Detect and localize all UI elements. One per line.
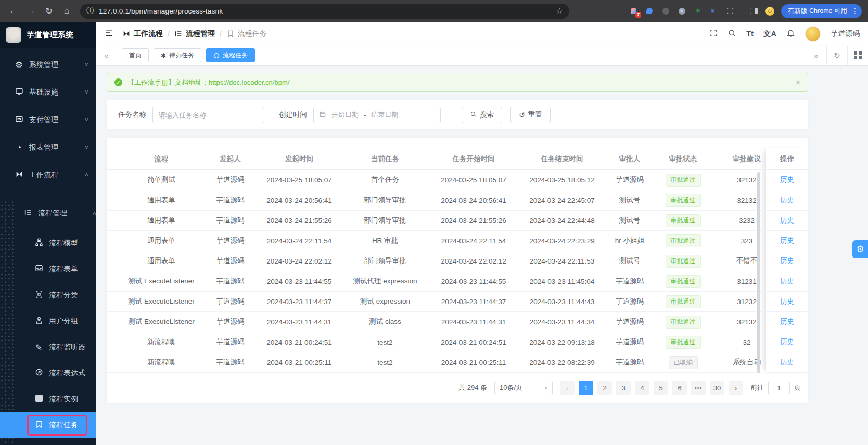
page-button[interactable]: 2: [597, 381, 612, 395]
doc-link[interactable]: https://doc.iocoder.cn/bpm/: [209, 78, 289, 86]
last-page-button[interactable]: 30: [710, 381, 724, 395]
breadcrumb-workflow[interactable]: 工作流程: [122, 29, 163, 38]
history-link[interactable]: 历史: [780, 236, 794, 245]
cell-starter: 芋道源码: [206, 175, 255, 185]
breadcrumb-process-mgmt[interactable]: 流程管理: [174, 29, 215, 38]
start-date-placeholder: 开始日期: [331, 110, 359, 120]
star-extension-icon[interactable]: ✶: [693, 6, 703, 16]
cell-approver: 芋道源码: [604, 337, 656, 347]
sidebar-item-process-model[interactable]: 流程模型: [0, 230, 96, 256]
reload-icon[interactable]: ↻: [42, 4, 56, 18]
tab-process-task[interactable]: 流程任务: [206, 48, 255, 62]
history-link[interactable]: 历史: [780, 337, 794, 347]
chevron-down-icon: ˅: [84, 61, 88, 69]
bookmark-star-icon[interactable]: ☆: [556, 4, 563, 18]
table-row: 通用表单 芋道源码 2024-03-24 22:02:12 部门领导审批 202…: [107, 251, 761, 271]
history-link[interactable]: 历史: [780, 277, 794, 286]
chrome-update-button[interactable]: 有新版 Chrome 可用 ⋮: [781, 4, 862, 18]
tab-home[interactable]: 首页: [122, 48, 149, 62]
search-icon[interactable]: [727, 29, 736, 39]
history-link[interactable]: 历史: [780, 195, 794, 205]
tab-options-grid-icon[interactable]: [847, 46, 868, 65]
notification-bell-icon[interactable]: [786, 29, 795, 39]
table-row: 测试 ExecuteListener 芋道源码 2024-03-23 11:44…: [107, 271, 761, 292]
search-button[interactable]: 搜索: [462, 107, 502, 123]
home-icon[interactable]: ⌂: [59, 4, 74, 18]
task-name-input[interactable]: [152, 107, 264, 123]
date-range-picker[interactable]: 开始日期 - 结束日期: [313, 107, 441, 123]
more-pages-button[interactable]: •••: [691, 381, 706, 395]
collapse-menu-icon[interactable]: [105, 28, 114, 40]
tabs-scroll-right-icon[interactable]: »: [806, 46, 826, 65]
sidebar-item-system[interactable]: ⚙ 系统管理 ˅: [0, 51, 96, 78]
history-link[interactable]: 历史: [780, 175, 794, 185]
history-link[interactable]: 历史: [780, 216, 794, 225]
table-row: 测试 ExecuteListener 芋道源码 2024-03-23 11:44…: [107, 292, 761, 312]
back-icon[interactable]: ←: [6, 4, 21, 18]
sidebar-item-report[interactable]: ◔ 报表管理 ˅: [0, 134, 96, 161]
username[interactable]: 芋道源码: [831, 29, 860, 38]
vertical-scrollbar[interactable]: [757, 172, 760, 373]
page-button[interactable]: 1: [579, 381, 593, 395]
app-logo[interactable]: 芋道管理系统: [0, 22, 96, 48]
page-button[interactable]: 4: [635, 381, 649, 395]
goto-page-input[interactable]: [768, 381, 790, 395]
cell-current-task: 首个任务: [343, 175, 427, 185]
history-link[interactable]: 历史: [780, 358, 794, 367]
sidebar-item-process-category[interactable]: 流程分类: [0, 282, 96, 308]
operation-column: 操作 历史 历史 历史 历史 历史: [766, 148, 808, 373]
sidebar-item-process-listener[interactable]: ✎ 流程监听器: [0, 334, 96, 360]
close-icon[interactable]: ×: [796, 78, 800, 87]
cell-starter: 芋道源码: [206, 337, 255, 347]
cell-opinion: 32: [710, 338, 761, 346]
chevrons-extension-icon[interactable]: »: [709, 6, 719, 16]
page-size-select[interactable]: 10条/页 ▾: [494, 381, 553, 395]
sidebar-item-process-mgmt[interactable]: 流程管理 ˄: [0, 200, 96, 226]
map-pin-extension-icon[interactable]: [645, 6, 654, 16]
reset-button[interactable]: ↺ 重置: [510, 107, 551, 123]
extension-icon[interactable]: 7: [629, 6, 638, 16]
font-size-icon[interactable]: Tt: [746, 30, 754, 38]
history-link[interactable]: 历史: [780, 256, 794, 266]
settings-gear-button[interactable]: ⚙: [852, 240, 868, 258]
alert-text: 【工作流手册】文档地址：https://doc.iocoder.cn/bpm/: [127, 78, 289, 87]
profile-avatar-icon[interactable]: ☺: [765, 6, 774, 16]
dark-circle-extension-icon[interactable]: [661, 6, 670, 16]
cell-starter: 芋道源码: [206, 236, 255, 245]
sidebar-item-process-instance[interactable]: 流程实例: [0, 386, 96, 412]
history-link[interactable]: 历史: [780, 297, 794, 306]
ring-extension-icon[interactable]: [677, 6, 686, 16]
cell-status: 审批通过: [656, 255, 710, 268]
cell-approver: 芋道源码: [604, 277, 656, 286]
translate-icon[interactable]: 文A: [763, 29, 776, 39]
page-button[interactable]: 5: [654, 381, 668, 395]
sidebar-item-process-task[interactable]: 流程任务: [0, 412, 96, 438]
sidebar-item-payment[interactable]: 支付管理 ˅: [0, 106, 96, 134]
sidebar-item-process-form[interactable]: 流程表单: [0, 256, 96, 282]
fullscreen-icon[interactable]: [709, 29, 718, 39]
page-button[interactable]: 3: [616, 381, 631, 395]
success-alert: ✓ 【工作流手册】文档地址：https://doc.iocoder.cn/bpm…: [107, 73, 808, 92]
sidebar-item-user-group[interactable]: 用户分组: [0, 308, 96, 334]
url-bar[interactable]: ⓘ 127.0.0.1/bpm/manager/process-tasnk ☆: [80, 4, 569, 19]
tab-todo[interactable]: ✱ 待办任务: [154, 48, 201, 62]
refresh-tab-icon[interactable]: ↻: [826, 46, 847, 65]
sidebar-item-process-expression[interactable]: 流程表达式: [0, 360, 96, 386]
tabs-scroll-left-icon[interactable]: «: [96, 46, 117, 65]
site-info-icon[interactable]: ⓘ: [86, 4, 94, 18]
history-link[interactable]: 历史: [780, 317, 794, 326]
page-button[interactable]: 6: [672, 381, 687, 395]
prev-page-button[interactable]: ‹: [560, 381, 575, 395]
forward-icon[interactable]: →: [24, 4, 39, 18]
user-avatar[interactable]: [805, 26, 821, 42]
sidebar-item-infra[interactable]: 基础设施 ˅: [0, 78, 96, 106]
side-panel-icon[interactable]: [749, 6, 758, 16]
browser-menu-icon[interactable]: ⋮: [851, 7, 859, 15]
puzzle-extensions-icon[interactable]: [725, 6, 735, 16]
bookmark-icon: [34, 420, 43, 430]
cell-approver: 测试号: [604, 216, 656, 225]
table-row: 通用表单 芋道源码 2024-03-24 20:56:41 部门领导审批 202…: [107, 190, 761, 211]
sidebar-item-workflow[interactable]: 工作流程 ˄: [0, 161, 96, 189]
next-page-button[interactable]: ›: [729, 381, 743, 395]
cell-task-end: 2024-03-23 11:45:04: [520, 278, 604, 285]
